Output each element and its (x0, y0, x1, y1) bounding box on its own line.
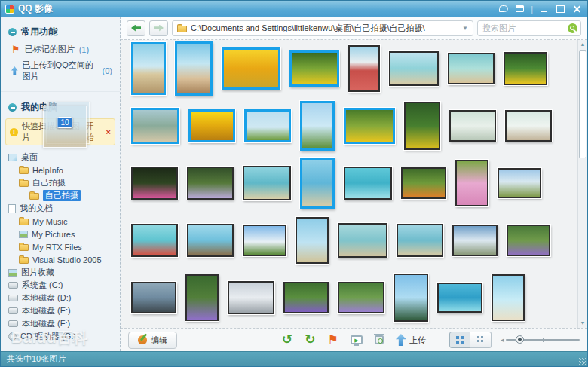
scroll-up-icon[interactable]: ▲ (580, 40, 586, 49)
upload-button[interactable]: 上传 (396, 334, 426, 346)
photo-thumbnail[interactable] (131, 224, 178, 257)
section-my-computer[interactable]: 我的电脑 (1, 98, 120, 117)
scan-close-button[interactable]: × (105, 127, 111, 136)
tree-item[interactable]: My RTX Files (1, 240, 120, 253)
rotate-left-button[interactable]: ↺ (282, 334, 292, 346)
vertical-scrollbar[interactable]: ▲ ▼ (577, 40, 587, 328)
zoom-slider[interactable]: ◂ (501, 335, 580, 345)
view-large-thumbs-button[interactable] (449, 332, 470, 348)
tree-item[interactable]: My Music (1, 215, 120, 228)
feedback-button[interactable] (498, 4, 509, 14)
photo-thumbnail[interactable] (504, 52, 547, 85)
photo-thumbnail[interactable] (452, 225, 498, 256)
photo-thumbnail[interactable] (505, 110, 552, 142)
disk-icon (8, 295, 18, 301)
minimize-button[interactable] (538, 4, 550, 14)
photo-thumbnail[interactable] (389, 51, 439, 86)
tree-item[interactable]: 本地磁盘 (E:) (1, 304, 120, 317)
slider-track[interactable] (506, 339, 580, 341)
current-path: C:\Documents and Settings\littlekenwu\桌面… (191, 23, 458, 34)
photo-thumbnail[interactable] (187, 224, 234, 257)
resize-grip[interactable] (579, 358, 586, 365)
photo-thumbnail[interactable] (228, 281, 274, 314)
tree-item[interactable]: 本地磁盘 (D:) (1, 292, 120, 304)
skin-button[interactable] (514, 4, 525, 14)
photo-thumbnail[interactable] (344, 167, 392, 200)
photo-thumbnail[interactable] (188, 109, 235, 142)
flagged-count: (1) (79, 45, 89, 54)
photo-thumbnail[interactable] (131, 42, 166, 95)
photo-thumbnail[interactable] (131, 282, 176, 313)
photo-thumbnail[interactable] (404, 102, 440, 150)
scan-start-button[interactable]: 开始 (86, 121, 101, 143)
photo-thumbnail[interactable] (131, 167, 178, 200)
folder-icon (19, 244, 29, 251)
photo-thumbnail[interactable] (498, 168, 541, 198)
forward-button[interactable] (149, 20, 168, 36)
upload-arrow-icon (11, 66, 18, 75)
photo-thumbnail[interactable] (185, 274, 219, 321)
photo-thumbnail[interactable] (394, 274, 428, 322)
photo-thumbnail[interactable] (296, 217, 329, 264)
tree-item[interactable]: Visual Studio 2005 (1, 253, 120, 266)
scrollbar-thumb[interactable] (579, 50, 586, 158)
search-box (477, 20, 581, 36)
photo-thumbnail[interactable] (492, 274, 525, 321)
scroll-down-icon[interactable]: ▼ (580, 319, 586, 328)
photo-thumbnail[interactable] (300, 158, 335, 209)
tree-item[interactable]: 自己拍摄 (1, 189, 120, 202)
close-button[interactable] (571, 4, 583, 14)
search-input[interactable] (482, 23, 568, 32)
search-icon[interactable] (568, 23, 577, 33)
folder-icon (19, 219, 29, 225)
photo-thumbnail[interactable] (338, 282, 384, 313)
photo-thumbnail[interactable] (222, 47, 280, 90)
photo-thumbnail[interactable] (243, 225, 286, 256)
photo-thumbnail[interactable] (344, 108, 395, 144)
tree-item[interactable]: HelpInfo (1, 164, 120, 176)
chevron-down-icon: ▼ (462, 25, 468, 32)
tree-item[interactable]: 自己拍摄 (1, 176, 120, 189)
view-small-thumbs-button[interactable] (470, 332, 492, 348)
path-dropdown[interactable]: C:\Documents and Settings\littlekenwu\桌面… (172, 20, 473, 36)
back-button[interactable] (127, 20, 145, 36)
section-common-functions[interactable]: 常用功能 (1, 23, 120, 41)
photo-thumbnail[interactable] (449, 110, 496, 142)
flag-button[interactable]: ⚑ (328, 335, 338, 345)
photo-thumbnail[interactable] (338, 223, 387, 258)
tree-item[interactable]: 系统盘 (C:) (1, 279, 120, 292)
photo-thumbnail[interactable] (175, 41, 213, 96)
chat-bubble-icon (499, 5, 508, 12)
maximize-button[interactable] (555, 4, 566, 14)
photo-thumbnail[interactable] (401, 167, 446, 199)
slideshow-button[interactable]: ▶ (351, 335, 363, 344)
sidebar-item-flagged-images[interactable]: ⚑ 已标记的图片 (1) (1, 41, 120, 57)
tree-item[interactable]: My Pictures (1, 228, 120, 240)
slider-knob[interactable] (516, 335, 524, 344)
photo-thumbnail[interactable] (507, 225, 550, 256)
photo-thumbnail[interactable] (348, 45, 380, 92)
tree-item[interactable]: 桌面 (1, 151, 120, 164)
edit-label: 编辑 (151, 335, 167, 346)
forward-arrow-icon (154, 25, 164, 32)
photo-thumbnail[interactable] (131, 108, 179, 144)
sidebar-item-uploaded-images[interactable]: 已上传到QQ空间的图片 (0) (1, 57, 120, 84)
photo-thumbnail[interactable] (448, 53, 495, 84)
photo-thumbnail[interactable] (283, 282, 329, 313)
delete-button[interactable] (375, 335, 384, 344)
photo-thumbnail[interactable] (455, 160, 488, 206)
photo-thumbnail[interactable] (187, 167, 234, 200)
gallery-row (121, 269, 577, 326)
photo-thumbnail[interactable] (289, 50, 339, 87)
tree-item[interactable]: 图片收藏 (1, 266, 120, 279)
tree-item[interactable]: 我的文档 (1, 202, 120, 215)
photo-thumbnail[interactable] (244, 109, 291, 142)
bottom-toolbar: 编辑 ↺ ↻ ⚑ ▶ 上传 (121, 328, 587, 351)
photo-thumbnail[interactable] (437, 283, 482, 313)
rotate-right-button[interactable]: ↻ (305, 334, 315, 346)
edit-button[interactable]: 编辑 (128, 332, 177, 349)
photo-thumbnail[interactable] (243, 166, 291, 200)
photo-thumbnail[interactable] (397, 224, 443, 257)
photo-thumbnail[interactable] (300, 101, 335, 151)
scrollbar-track[interactable] (578, 49, 587, 319)
